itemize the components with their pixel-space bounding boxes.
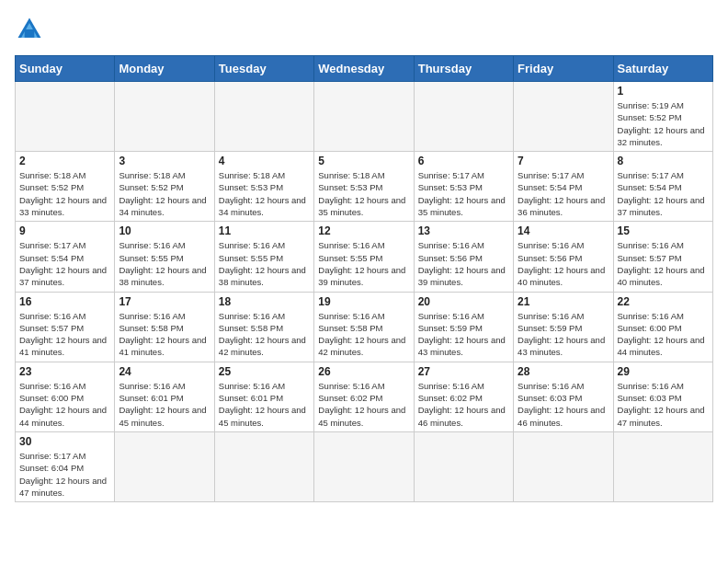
calendar-day-cell: 13Sunrise: 5:16 AM Sunset: 5:56 PM Dayli… [414, 222, 513, 292]
day-info: Sunrise: 5:16 AM Sunset: 6:01 PM Dayligh… [119, 380, 210, 429]
logo-icon [15, 15, 44, 44]
day-info: Sunrise: 5:16 AM Sunset: 5:59 PM Dayligh… [418, 310, 509, 359]
day-info: Sunrise: 5:16 AM Sunset: 5:58 PM Dayligh… [318, 310, 409, 359]
day-info: Sunrise: 5:17 AM Sunset: 5:54 PM Dayligh… [19, 239, 110, 288]
day-info: Sunrise: 5:16 AM Sunset: 6:02 PM Dayligh… [418, 380, 509, 429]
calendar-day-cell: 16Sunrise: 5:16 AM Sunset: 5:57 PM Dayli… [16, 292, 115, 362]
day-number: 22 [618, 295, 709, 308]
day-info: Sunrise: 5:16 AM Sunset: 5:58 PM Dayligh… [219, 310, 310, 359]
day-info: Sunrise: 5:16 AM Sunset: 5:59 PM Dayligh… [518, 310, 609, 359]
calendar-day-header: Sunday [16, 56, 115, 82]
calendar-day-cell: 17Sunrise: 5:16 AM Sunset: 5:58 PM Dayli… [115, 292, 214, 362]
svg-rect-2 [25, 29, 35, 38]
day-number: 27 [418, 365, 509, 378]
calendar-day-header: Friday [514, 56, 613, 82]
calendar-day-cell: 6Sunrise: 5:17 AM Sunset: 5:53 PM Daylig… [414, 152, 513, 222]
day-info: Sunrise: 5:16 AM Sunset: 6:03 PM Dayligh… [518, 380, 609, 429]
day-info: Sunrise: 5:16 AM Sunset: 5:57 PM Dayligh… [618, 239, 709, 288]
calendar-day-cell: 11Sunrise: 5:16 AM Sunset: 5:55 PM Dayli… [214, 222, 313, 292]
calendar-day-header: Saturday [613, 56, 712, 82]
day-number: 29 [618, 365, 709, 378]
day-number: 20 [418, 295, 509, 308]
calendar-week-row: 2Sunrise: 5:18 AM Sunset: 5:52 PM Daylig… [16, 152, 713, 222]
calendar-day-cell [115, 431, 214, 501]
day-info: Sunrise: 5:16 AM Sunset: 5:55 PM Dayligh… [219, 239, 310, 288]
day-number: 6 [418, 155, 509, 167]
day-info: Sunrise: 5:16 AM Sunset: 5:56 PM Dayligh… [418, 239, 509, 288]
calendar-week-row: 9Sunrise: 5:17 AM Sunset: 5:54 PM Daylig… [16, 222, 713, 292]
day-info: Sunrise: 5:18 AM Sunset: 5:52 PM Dayligh… [119, 169, 210, 218]
day-number: 10 [119, 224, 210, 237]
day-number: 30 [19, 435, 110, 448]
day-number: 7 [518, 155, 609, 167]
calendar-week-row: 30Sunrise: 5:17 AM Sunset: 6:04 PM Dayli… [16, 431, 713, 501]
calendar-day-cell: 4Sunrise: 5:18 AM Sunset: 5:53 PM Daylig… [214, 152, 313, 222]
day-number: 21 [518, 295, 609, 308]
day-number: 3 [119, 155, 210, 167]
day-number: 18 [219, 295, 310, 308]
day-info: Sunrise: 5:19 AM Sunset: 5:52 PM Dayligh… [618, 99, 709, 148]
calendar-day-cell: 9Sunrise: 5:17 AM Sunset: 5:54 PM Daylig… [16, 222, 115, 292]
day-number: 19 [318, 295, 409, 308]
calendar-day-cell: 28Sunrise: 5:16 AM Sunset: 6:03 PM Dayli… [514, 362, 613, 431]
day-number: 13 [418, 224, 509, 237]
day-number: 2 [19, 155, 110, 167]
day-info: Sunrise: 5:17 AM Sunset: 6:04 PM Dayligh… [19, 450, 110, 499]
calendar-week-row: 1Sunrise: 5:19 AM Sunset: 5:52 PM Daylig… [16, 82, 713, 152]
day-info: Sunrise: 5:17 AM Sunset: 5:54 PM Dayligh… [618, 169, 709, 218]
day-number: 28 [518, 365, 609, 378]
day-number: 11 [219, 224, 310, 237]
day-number: 24 [119, 365, 210, 378]
day-number: 26 [318, 365, 409, 378]
calendar-day-cell [314, 431, 414, 501]
day-info: Sunrise: 5:16 AM Sunset: 6:02 PM Dayligh… [318, 380, 409, 429]
calendar-day-cell: 23Sunrise: 5:16 AM Sunset: 6:00 PM Dayli… [16, 362, 115, 431]
logo [15, 15, 48, 44]
calendar-week-row: 16Sunrise: 5:16 AM Sunset: 5:57 PM Dayli… [16, 292, 713, 362]
day-info: Sunrise: 5:18 AM Sunset: 5:52 PM Dayligh… [19, 169, 110, 218]
day-info: Sunrise: 5:18 AM Sunset: 5:53 PM Dayligh… [219, 169, 310, 218]
calendar-day-cell [214, 82, 313, 152]
day-number: 16 [19, 295, 110, 308]
day-number: 14 [518, 224, 609, 237]
calendar-day-cell: 20Sunrise: 5:16 AM Sunset: 5:59 PM Dayli… [414, 292, 513, 362]
day-number: 17 [119, 295, 210, 308]
calendar-day-header: Monday [115, 56, 214, 82]
calendar-day-header: Thursday [414, 56, 513, 82]
calendar-day-cell: 10Sunrise: 5:16 AM Sunset: 5:55 PM Dayli… [115, 222, 214, 292]
day-number: 5 [318, 155, 409, 167]
calendar-day-cell [613, 431, 712, 501]
day-info: Sunrise: 5:16 AM Sunset: 6:00 PM Dayligh… [618, 310, 709, 359]
calendar-day-cell [314, 82, 414, 152]
calendar-day-cell: 12Sunrise: 5:16 AM Sunset: 5:55 PM Dayli… [314, 222, 414, 292]
calendar-day-cell: 19Sunrise: 5:16 AM Sunset: 5:58 PM Dayli… [314, 292, 414, 362]
calendar-table: SundayMondayTuesdayWednesdayThursdayFrid… [15, 55, 713, 502]
calendar-day-cell: 14Sunrise: 5:16 AM Sunset: 5:56 PM Dayli… [514, 222, 613, 292]
calendar-day-cell: 26Sunrise: 5:16 AM Sunset: 6:02 PM Dayli… [314, 362, 414, 431]
calendar-day-header: Tuesday [214, 56, 313, 82]
day-info: Sunrise: 5:16 AM Sunset: 5:58 PM Dayligh… [119, 310, 210, 359]
calendar-day-cell: 3Sunrise: 5:18 AM Sunset: 5:52 PM Daylig… [115, 152, 214, 222]
calendar-day-header: Wednesday [314, 56, 414, 82]
calendar-day-cell [214, 431, 313, 501]
day-info: Sunrise: 5:16 AM Sunset: 5:56 PM Dayligh… [518, 239, 609, 288]
day-info: Sunrise: 5:16 AM Sunset: 5:57 PM Dayligh… [19, 310, 110, 359]
day-info: Sunrise: 5:17 AM Sunset: 5:53 PM Dayligh… [418, 169, 509, 218]
day-number: 8 [618, 155, 709, 167]
day-info: Sunrise: 5:17 AM Sunset: 5:54 PM Dayligh… [518, 169, 609, 218]
calendar-day-cell: 21Sunrise: 5:16 AM Sunset: 5:59 PM Dayli… [514, 292, 613, 362]
calendar-day-cell: 1Sunrise: 5:19 AM Sunset: 5:52 PM Daylig… [613, 82, 712, 152]
page-header [15, 15, 713, 44]
calendar-day-cell [115, 82, 214, 152]
day-info: Sunrise: 5:18 AM Sunset: 5:53 PM Dayligh… [318, 169, 409, 218]
calendar-day-cell: 5Sunrise: 5:18 AM Sunset: 5:53 PM Daylig… [314, 152, 414, 222]
day-info: Sunrise: 5:16 AM Sunset: 5:55 PM Dayligh… [318, 239, 409, 288]
day-number: 15 [618, 224, 709, 237]
calendar-day-cell: 27Sunrise: 5:16 AM Sunset: 6:02 PM Dayli… [414, 362, 513, 431]
day-info: Sunrise: 5:16 AM Sunset: 5:55 PM Dayligh… [119, 239, 210, 288]
day-number: 1 [618, 85, 709, 98]
calendar-day-cell: 30Sunrise: 5:17 AM Sunset: 6:04 PM Dayli… [16, 431, 115, 501]
day-info: Sunrise: 5:16 AM Sunset: 6:03 PM Dayligh… [618, 380, 709, 429]
calendar-day-cell [514, 82, 613, 152]
calendar-day-cell: 7Sunrise: 5:17 AM Sunset: 5:54 PM Daylig… [514, 152, 613, 222]
